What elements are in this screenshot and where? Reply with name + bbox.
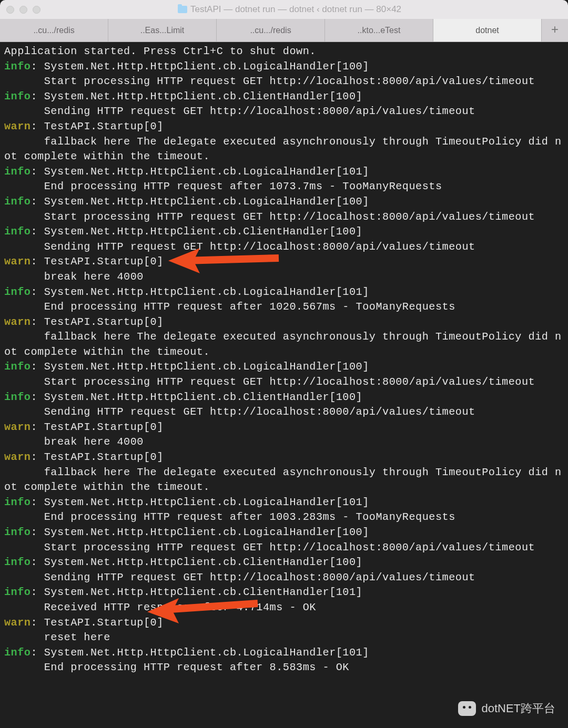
tab-label: dotnet — [475, 26, 499, 35]
tab-dotnet[interactable]: dotnet — [433, 19, 542, 42]
log-level: info — [4, 166, 31, 178]
log-source: System.Net.Http.HttpClient.cb.LogicalHan… — [44, 286, 369, 298]
log-message: Start processing HTTP request GET http:/… — [4, 540, 564, 556]
log-source: TestAPI.Startup[0] — [44, 421, 164, 433]
log-source: System.Net.Http.HttpClient.cb.LogicalHan… — [44, 60, 369, 73]
log-line: warn: TestAPI.Startup[0] — [4, 119, 564, 135]
log-level: info — [4, 196, 31, 208]
log-message: break here 4000 — [4, 435, 564, 450]
log-source: System.Net.Http.HttpClient.cb.LogicalHan… — [44, 526, 369, 538]
log-message: End processing HTTP request after 1020.5… — [4, 300, 564, 315]
log-message: fallback here The delegate executed asyn… — [4, 465, 564, 495]
log-source: TestAPI.Startup[0] — [44, 617, 164, 629]
tab-kto-etest[interactable]: ..kto...eTest — [325, 19, 433, 42]
log-message: reset here — [4, 630, 564, 645]
log-level: info — [4, 225, 31, 238]
wechat-icon — [458, 701, 476, 716]
log-line: info: System.Net.Http.HttpClient.cb.Logi… — [4, 645, 564, 661]
log-level: info — [4, 586, 31, 598]
log-line: Application started. Press Ctrl+C to shu… — [4, 44, 564, 59]
log-line: info: System.Net.Http.HttpClient.cb.Clie… — [4, 89, 564, 105]
log-level: warn — [4, 451, 31, 463]
log-level: info — [4, 361, 31, 373]
log-line: info: System.Net.Http.HttpClient.cb.Logi… — [4, 495, 564, 510]
log-line: warn: TestAPI.Startup[0] — [4, 616, 564, 631]
new-tab-button[interactable]: + — [542, 19, 568, 42]
tab-label: ..Eas...Limit — [140, 26, 185, 35]
log-line: info: System.Net.Http.HttpClient.cb.Clie… — [4, 555, 564, 570]
log-level: warn — [4, 255, 31, 268]
log-line: info: System.Net.Http.HttpClient.cb.Logi… — [4, 285, 564, 300]
log-line: info: System.Net.Http.HttpClient.cb.Clie… — [4, 585, 564, 600]
log-line: warn: TestAPI.Startup[0] — [4, 315, 564, 330]
log-source: TestAPI.Startup[0] — [44, 316, 164, 328]
log-source: TestAPI.Startup[0] — [44, 255, 164, 268]
log-message: Start processing HTTP request GET http:/… — [4, 375, 564, 390]
log-level: info — [4, 496, 31, 508]
close-icon[interactable] — [6, 6, 14, 14]
log-message: Sending HTTP request GET http://localhos… — [4, 405, 564, 420]
log-line: warn: TestAPI.Startup[0] — [4, 450, 564, 465]
folder-icon — [178, 6, 187, 13]
log-source: System.Net.Http.HttpClient.cb.ClientHand… — [44, 586, 363, 598]
log-message: Sending HTTP request GET http://localhos… — [4, 104, 564, 119]
log-source: System.Net.Http.HttpClient.cb.ClientHand… — [44, 225, 363, 238]
log-message: End processing HTTP request after 1073.7… — [4, 179, 564, 194]
log-source: System.Net.Http.HttpClient.cb.LogicalHan… — [44, 647, 369, 659]
terminal-output[interactable]: Application started. Press Ctrl+C to shu… — [0, 42, 568, 680]
log-message: Start processing HTTP request GET http:/… — [4, 210, 564, 225]
log-source: System.Net.Http.HttpClient.cb.ClientHand… — [44, 556, 363, 568]
log-source: TestAPI.Startup[0] — [44, 451, 164, 463]
tab-label: ..cu.../redis — [33, 26, 74, 35]
log-message: fallback here The delegate executed asyn… — [4, 135, 564, 165]
watermark-text: dotNET跨平台 — [481, 701, 555, 716]
tab-label: ..kto...eTest — [358, 26, 401, 35]
tab-redis-2[interactable]: ..cu.../redis — [217, 19, 325, 42]
log-line: info: System.Net.Http.HttpClient.cb.Logi… — [4, 59, 564, 75]
log-source: System.Net.Http.HttpClient.cb.ClientHand… — [44, 90, 363, 102]
log-line: info: System.Net.Http.HttpClient.cb.Clie… — [4, 390, 564, 405]
log-source: System.Net.Http.HttpClient.cb.LogicalHan… — [44, 166, 369, 178]
log-level: info — [4, 286, 31, 298]
log-message: Sending HTTP request GET http://localhos… — [4, 240, 564, 255]
log-source: System.Net.Http.HttpClient.cb.LogicalHan… — [44, 496, 369, 508]
log-message: Start processing HTTP request GET http:/… — [4, 74, 564, 89]
log-message: End processing HTTP request after 1003.2… — [4, 510, 564, 525]
title-label: TestAPI — dotnet run — dotnet ‹ dotnet r… — [190, 4, 401, 15]
log-line: info: System.Net.Http.HttpClient.cb.Logi… — [4, 525, 564, 540]
log-level: info — [4, 90, 31, 102]
log-line: info: System.Net.Http.HttpClient.cb.Logi… — [4, 194, 564, 210]
watermark: dotNET跨平台 — [458, 701, 555, 716]
tab-bar: ..cu.../redis ..Eas...Limit ..cu.../redi… — [0, 19, 568, 42]
log-level: info — [4, 391, 31, 403]
log-line: info: System.Net.Http.HttpClient.cb.Clie… — [4, 224, 564, 240]
log-level: info — [4, 556, 31, 568]
log-message: End processing HTTP request after 8.583m… — [4, 660, 564, 675]
log-level: warn — [4, 120, 31, 132]
log-line: info: System.Net.Http.HttpClient.cb.Logi… — [4, 360, 564, 375]
log-source: System.Net.Http.HttpClient.cb.ClientHand… — [44, 391, 363, 403]
log-level: warn — [4, 316, 31, 328]
window-title: TestAPI — dotnet run — dotnet ‹ dotnet r… — [17, 4, 562, 15]
log-level: info — [4, 647, 31, 659]
log-level: warn — [4, 617, 31, 629]
log-level: info — [4, 526, 31, 538]
log-message: Received HTTP response after 4.714ms - O… — [4, 600, 564, 616]
log-level: info — [4, 60, 31, 73]
log-line: warn: TestAPI.Startup[0] — [4, 254, 564, 270]
tab-redis-1[interactable]: ..cu.../redis — [0, 19, 108, 42]
log-source: System.Net.Http.HttpClient.cb.LogicalHan… — [44, 361, 369, 373]
log-source: TestAPI.Startup[0] — [44, 120, 164, 132]
window-titlebar: TestAPI — dotnet run — dotnet ‹ dotnet r… — [0, 0, 568, 19]
log-line: warn: TestAPI.Startup[0] — [4, 420, 564, 435]
log-message: fallback here The delegate executed asyn… — [4, 330, 564, 360]
log-source: System.Net.Http.HttpClient.cb.LogicalHan… — [44, 196, 369, 208]
tab-eas-limit[interactable]: ..Eas...Limit — [108, 19, 217, 42]
tab-label: ..cu.../redis — [250, 26, 291, 35]
log-level: warn — [4, 421, 31, 433]
log-line: info: System.Net.Http.HttpClient.cb.Logi… — [4, 165, 564, 180]
log-message: Sending HTTP request GET http://localhos… — [4, 570, 564, 586]
log-message: break here 4000 — [4, 270, 564, 285]
